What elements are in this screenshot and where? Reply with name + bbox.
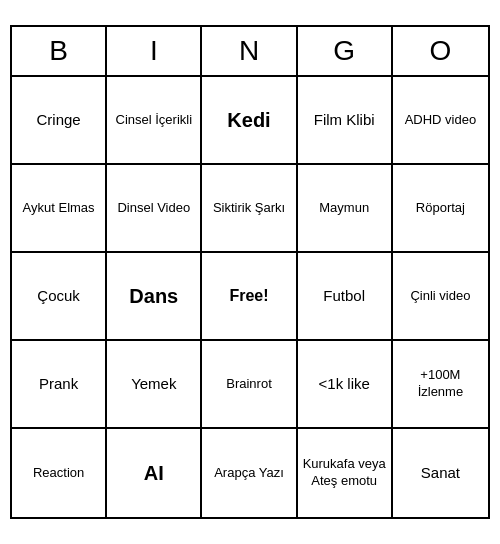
bingo-cell-14: Çinli video [393, 253, 488, 341]
bingo-cell-10: Çocuk [12, 253, 107, 341]
bingo-cell-1: Cinsel İçerikli [107, 77, 202, 165]
bingo-cell-21: AI [107, 429, 202, 517]
header-letter-I: I [107, 27, 202, 75]
bingo-cell-3: Film Klibi [298, 77, 393, 165]
bingo-cell-9: Röportaj [393, 165, 488, 253]
header-letter-G: G [298, 27, 393, 75]
bingo-cell-8: Maymun [298, 165, 393, 253]
header-letter-B: B [12, 27, 107, 75]
bingo-cell-12: Free! [202, 253, 297, 341]
bingo-cell-15: Prank [12, 341, 107, 429]
bingo-cell-23: Kurukafa veya Ateş emotu [298, 429, 393, 517]
bingo-cell-18: <1k like [298, 341, 393, 429]
bingo-cell-4: ADHD video [393, 77, 488, 165]
bingo-board: BINGO CringeCinsel İçerikliKediFilm Klib… [10, 25, 490, 519]
bingo-cell-0: Cringe [12, 77, 107, 165]
bingo-cell-13: Futbol [298, 253, 393, 341]
bingo-cell-22: Arapça Yazı [202, 429, 297, 517]
header-letter-N: N [202, 27, 297, 75]
bingo-cell-16: Yemek [107, 341, 202, 429]
bingo-cell-5: Aykut Elmas [12, 165, 107, 253]
bingo-grid: CringeCinsel İçerikliKediFilm KlibiADHD … [12, 77, 488, 517]
bingo-cell-20: Reaction [12, 429, 107, 517]
bingo-cell-24: Sanat [393, 429, 488, 517]
bingo-cell-19: +100M İzlenme [393, 341, 488, 429]
bingo-cell-7: Siktirik Şarkı [202, 165, 297, 253]
bingo-cell-2: Kedi [202, 77, 297, 165]
header-letter-O: O [393, 27, 488, 75]
bingo-header: BINGO [12, 27, 488, 77]
bingo-cell-11: Dans [107, 253, 202, 341]
bingo-cell-17: Brainrot [202, 341, 297, 429]
bingo-cell-6: Dinsel Video [107, 165, 202, 253]
